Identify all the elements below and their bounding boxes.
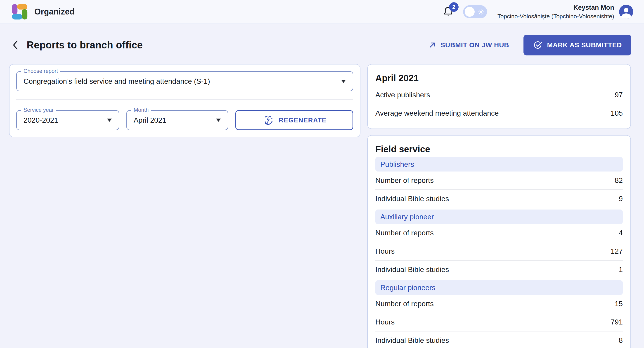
section-heading-auxiliary-pioneer: Auxiliary pioneer bbox=[375, 209, 623, 224]
stat-label: Individual Bible studies bbox=[375, 336, 449, 344]
arrow-up-right-icon bbox=[428, 41, 436, 49]
regenerate-button[interactable]: REGENERATE bbox=[236, 110, 353, 130]
month-select[interactable]: Month April 2021 bbox=[126, 110, 228, 130]
mark-as-submitted-label: MARK AS SUBMITTED bbox=[547, 41, 622, 49]
stat-label: Individual Bible studies bbox=[375, 195, 449, 203]
page-title: Reports to branch office bbox=[27, 39, 143, 51]
stat-label: Average weekend meeting attendance bbox=[375, 109, 499, 117]
section-heading-label: Publishers bbox=[380, 160, 414, 169]
stat-row: Hours 791 bbox=[375, 313, 623, 331]
mark-as-submitted-button[interactable]: MARK AS SUBMITTED bbox=[524, 35, 631, 56]
page-actions: SUBMIT ON JW HUB MARK AS SUBMITTED bbox=[427, 35, 631, 56]
stat-value: 8 bbox=[619, 336, 623, 344]
stat-row: Number of reports 4 bbox=[375, 224, 623, 242]
caret-down-icon bbox=[341, 80, 346, 83]
theme-toggle[interactable] bbox=[463, 5, 487, 18]
form-row: Service year 2020-2021 Month April 2021 bbox=[16, 110, 353, 130]
stat-value: 791 bbox=[611, 318, 623, 326]
stat-value: 9 bbox=[619, 195, 623, 203]
stat-row: Individual Bible studies 1 bbox=[375, 260, 623, 278]
toggle-knob bbox=[465, 7, 475, 17]
report-summary-column: April 2021 Active publishers 97 Average … bbox=[367, 64, 631, 348]
section-heading-label: Regular pioneers bbox=[380, 283, 436, 292]
stat-value: 97 bbox=[614, 91, 623, 99]
refresh-bolt-icon bbox=[262, 114, 274, 126]
stat-value: 4 bbox=[619, 229, 623, 237]
section-rows: Number of reports 15 Hours 791 Individua… bbox=[375, 295, 623, 348]
notification-count-badge: 2 bbox=[449, 2, 458, 12]
section-heading-publishers: Publishers bbox=[375, 157, 623, 172]
organized-logo-icon bbox=[11, 3, 28, 21]
choose-report-label: Choose report bbox=[21, 68, 60, 74]
user-avatar[interactable] bbox=[619, 5, 633, 19]
stat-label: Hours bbox=[375, 318, 394, 326]
caret-down-icon bbox=[107, 119, 112, 122]
stat-value: 105 bbox=[611, 109, 623, 117]
submit-jw-hub-label: SUBMIT ON JW HUB bbox=[440, 41, 509, 49]
top-bar: Organized 2 bbox=[0, 0, 644, 24]
user-name: Keystan Mon bbox=[498, 4, 614, 11]
field-service-card: Field service Publishers Number of repor… bbox=[367, 135, 631, 348]
report-form-card: Choose report Congregation’s field servi… bbox=[9, 64, 360, 137]
stat-label: Number of reports bbox=[375, 176, 434, 185]
field-service-title: Field service bbox=[375, 144, 623, 154]
month-summary-card: April 2021 Active publishers 97 Average … bbox=[367, 64, 631, 129]
stat-label: Number of reports bbox=[375, 229, 434, 237]
stat-row: Active publishers 97 bbox=[375, 86, 623, 104]
notifications-button[interactable]: 2 bbox=[442, 6, 454, 18]
service-year-value: 2020-2021 bbox=[24, 116, 58, 124]
stat-row: Hours 127 bbox=[375, 242, 623, 260]
form-divider bbox=[16, 99, 353, 100]
stat-row: Individual Bible studies 8 bbox=[375, 331, 623, 348]
stat-row: Individual Bible studies 9 bbox=[375, 189, 623, 208]
check-circle-icon bbox=[533, 40, 542, 50]
stat-value: 127 bbox=[611, 247, 623, 255]
user-menu[interactable]: Keystan Mon Topcino-Volosăniște (Topchin… bbox=[498, 4, 614, 20]
chevron-left-icon bbox=[11, 40, 19, 51]
stat-label: Individual Bible studies bbox=[375, 265, 449, 274]
stat-row: Number of reports 15 bbox=[375, 295, 623, 313]
section-heading-regular-pioneers: Regular pioneers bbox=[375, 280, 623, 295]
submit-jw-hub-button[interactable]: SUBMIT ON JW HUB bbox=[427, 41, 510, 49]
sun-icon bbox=[478, 8, 484, 15]
stat-row: Average weekend meeting attendance 105 bbox=[375, 104, 623, 122]
summary-rows: Active publishers 97 Average weekend mee… bbox=[375, 86, 623, 122]
section-heading-label: Auxiliary pioneer bbox=[380, 213, 434, 221]
stat-row: Number of reports 82 bbox=[375, 172, 623, 189]
service-year-select[interactable]: Service year 2020-2021 bbox=[16, 110, 119, 130]
stat-label: Number of reports bbox=[375, 299, 434, 308]
app-name: Organized bbox=[34, 7, 74, 17]
stat-value: 1 bbox=[619, 265, 623, 274]
person-icon bbox=[619, 5, 633, 19]
app-brand[interactable]: Organized bbox=[11, 3, 74, 21]
month-summary-title: April 2021 bbox=[375, 73, 623, 83]
caret-down-icon bbox=[216, 119, 221, 122]
regenerate-label: REGENERATE bbox=[279, 117, 326, 124]
user-congregation: Topcino-Volosăniște (Topchino-Volosenish… bbox=[498, 13, 614, 20]
month-value: April 2021 bbox=[134, 116, 166, 124]
section-rows: Number of reports 4 Hours 127 Individual… bbox=[375, 224, 623, 278]
app-root: Organized 2 bbox=[0, 0, 644, 348]
stat-value: 82 bbox=[614, 176, 623, 185]
month-label: Month bbox=[132, 107, 151, 113]
section-rows: Number of reports 82 Individual Bible st… bbox=[375, 172, 623, 208]
choose-report-select[interactable]: Choose report Congregation’s field servi… bbox=[16, 71, 353, 91]
page-content: Choose report Congregation’s field servi… bbox=[0, 56, 644, 348]
stat-label: Hours bbox=[375, 247, 394, 255]
stat-value: 15 bbox=[614, 299, 623, 308]
choose-report-value: Congregation’s field service and meeting… bbox=[24, 77, 210, 86]
page-header: Reports to branch office SUBMIT ON JW HU… bbox=[0, 35, 644, 56]
back-button[interactable] bbox=[10, 39, 20, 51]
service-year-label: Service year bbox=[21, 107, 56, 113]
stat-label: Active publishers bbox=[375, 91, 430, 99]
